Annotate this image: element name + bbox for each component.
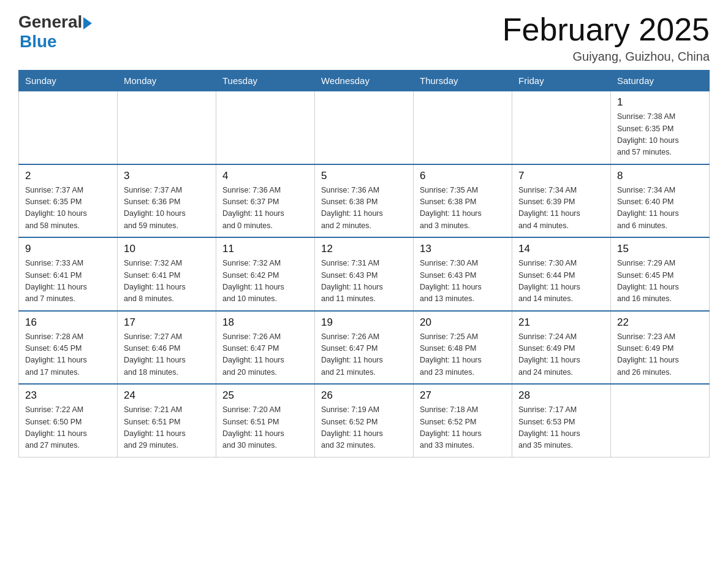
calendar-header-row: SundayMondayTuesdayWednesdayThursdayFrid…: [19, 71, 710, 91]
calendar-cell: 1Sunrise: 7:38 AMSunset: 6:35 PMDaylight…: [611, 91, 710, 164]
title-block: February 2025 Guiyang, Guizhou, China: [502, 12, 710, 64]
logo-general-text: General: [18, 12, 82, 32]
day-info: Sunrise: 7:36 AMSunset: 6:37 PMDaylight:…: [222, 185, 308, 232]
day-info: Sunrise: 7:26 AMSunset: 6:47 PMDaylight:…: [222, 331, 308, 379]
calendar-cell: 4Sunrise: 7:36 AMSunset: 6:37 PMDaylight…: [216, 164, 315, 238]
day-number: 11: [222, 243, 308, 255]
calendar-cell: 28Sunrise: 7:17 AMSunset: 6:53 PMDayligh…: [512, 384, 611, 457]
day-info: Sunrise: 7:20 AMSunset: 6:51 PMDaylight:…: [222, 404, 308, 452]
day-info: Sunrise: 7:37 AMSunset: 6:35 PMDaylight:…: [25, 185, 111, 232]
day-number: 18: [222, 316, 308, 329]
calendar-cell: 20Sunrise: 7:25 AMSunset: 6:48 PMDayligh…: [414, 311, 512, 385]
day-info: Sunrise: 7:25 AMSunset: 6:48 PMDaylight:…: [420, 331, 506, 379]
calendar-cell: 2Sunrise: 7:37 AMSunset: 6:35 PMDaylight…: [19, 164, 118, 238]
day-info: Sunrise: 7:18 AMSunset: 6:52 PMDaylight:…: [420, 404, 506, 452]
calendar-cell: 6Sunrise: 7:35 AMSunset: 6:38 PMDaylight…: [414, 164, 512, 238]
calendar-day-header: Tuesday: [216, 71, 315, 91]
calendar-week-row: 1Sunrise: 7:38 AMSunset: 6:35 PMDaylight…: [19, 91, 710, 164]
day-info: Sunrise: 7:24 AMSunset: 6:49 PMDaylight:…: [518, 331, 604, 379]
day-number: 27: [420, 389, 506, 402]
calendar-cell: 26Sunrise: 7:19 AMSunset: 6:52 PMDayligh…: [315, 384, 414, 457]
day-info: Sunrise: 7:17 AMSunset: 6:53 PMDaylight:…: [518, 404, 604, 452]
day-number: 28: [518, 389, 604, 402]
day-info: Sunrise: 7:29 AMSunset: 6:45 PMDaylight:…: [617, 258, 703, 305]
calendar-cell: 22Sunrise: 7:23 AMSunset: 6:49 PMDayligh…: [611, 311, 710, 385]
day-number: 15: [617, 243, 703, 255]
day-info: Sunrise: 7:32 AMSunset: 6:42 PMDaylight:…: [222, 258, 308, 305]
day-info: Sunrise: 7:31 AMSunset: 6:43 PMDaylight:…: [321, 258, 407, 305]
location: Guiyang, Guizhou, China: [502, 50, 710, 64]
day-number: 4: [222, 170, 308, 182]
day-number: 2: [25, 170, 111, 182]
day-number: 9: [25, 243, 111, 255]
day-info: Sunrise: 7:34 AMSunset: 6:40 PMDaylight:…: [617, 185, 703, 232]
day-number: 25: [222, 389, 308, 402]
day-number: 23: [25, 389, 111, 402]
day-info: Sunrise: 7:30 AMSunset: 6:43 PMDaylight:…: [420, 258, 506, 305]
calendar-cell: [315, 91, 414, 164]
day-number: 26: [321, 389, 407, 402]
day-info: Sunrise: 7:21 AMSunset: 6:51 PMDaylight:…: [124, 404, 210, 452]
day-number: 8: [617, 170, 703, 182]
day-info: Sunrise: 7:28 AMSunset: 6:45 PMDaylight:…: [25, 331, 111, 379]
day-info: Sunrise: 7:30 AMSunset: 6:44 PMDaylight:…: [518, 258, 604, 305]
calendar-cell: 27Sunrise: 7:18 AMSunset: 6:52 PMDayligh…: [414, 384, 512, 457]
day-info: Sunrise: 7:32 AMSunset: 6:41 PMDaylight:…: [124, 258, 210, 305]
day-info: Sunrise: 7:34 AMSunset: 6:39 PMDaylight:…: [518, 185, 604, 232]
day-info: Sunrise: 7:27 AMSunset: 6:46 PMDaylight:…: [124, 331, 210, 379]
calendar-week-row: 9Sunrise: 7:33 AMSunset: 6:41 PMDaylight…: [19, 237, 710, 311]
calendar-day-header: Sunday: [19, 71, 118, 91]
calendar-cell: 14Sunrise: 7:30 AMSunset: 6:44 PMDayligh…: [512, 237, 611, 311]
calendar-cell: 16Sunrise: 7:28 AMSunset: 6:45 PMDayligh…: [19, 311, 118, 385]
day-info: Sunrise: 7:35 AMSunset: 6:38 PMDaylight:…: [420, 185, 506, 232]
day-number: 5: [321, 170, 407, 182]
calendar-cell: 8Sunrise: 7:34 AMSunset: 6:40 PMDaylight…: [611, 164, 710, 238]
calendar-day-header: Wednesday: [315, 71, 414, 91]
month-title: February 2025: [502, 12, 710, 47]
day-number: 7: [518, 170, 604, 182]
calendar-cell: 25Sunrise: 7:20 AMSunset: 6:51 PMDayligh…: [216, 384, 315, 457]
calendar-cell: 18Sunrise: 7:26 AMSunset: 6:47 PMDayligh…: [216, 311, 315, 385]
calendar-cell: [216, 91, 315, 164]
calendar-week-row: 23Sunrise: 7:22 AMSunset: 6:50 PMDayligh…: [19, 384, 710, 457]
day-info: Sunrise: 7:37 AMSunset: 6:36 PMDaylight:…: [124, 185, 210, 232]
day-number: 19: [321, 316, 407, 329]
calendar-cell: [611, 384, 710, 457]
day-number: 24: [124, 389, 210, 402]
day-number: 16: [25, 316, 111, 329]
day-info: Sunrise: 7:19 AMSunset: 6:52 PMDaylight:…: [321, 404, 407, 452]
calendar-cell: 11Sunrise: 7:32 AMSunset: 6:42 PMDayligh…: [216, 237, 315, 311]
day-info: Sunrise: 7:22 AMSunset: 6:50 PMDaylight:…: [25, 404, 111, 452]
day-number: 17: [124, 316, 210, 329]
day-number: 1: [617, 96, 703, 109]
calendar-day-header: Friday: [512, 71, 611, 91]
day-number: 6: [420, 170, 506, 182]
calendar-cell: 21Sunrise: 7:24 AMSunset: 6:49 PMDayligh…: [512, 311, 611, 385]
calendar-cell: 24Sunrise: 7:21 AMSunset: 6:51 PMDayligh…: [118, 384, 216, 457]
calendar-table: SundayMondayTuesdayWednesdayThursdayFrid…: [18, 70, 710, 458]
calendar-cell: 12Sunrise: 7:31 AMSunset: 6:43 PMDayligh…: [315, 237, 414, 311]
calendar-cell: [118, 91, 216, 164]
day-number: 22: [617, 316, 703, 329]
calendar-day-header: Monday: [118, 71, 216, 91]
day-number: 14: [518, 243, 604, 255]
calendar-cell: 15Sunrise: 7:29 AMSunset: 6:45 PMDayligh…: [611, 237, 710, 311]
calendar-cell: 13Sunrise: 7:30 AMSunset: 6:43 PMDayligh…: [414, 237, 512, 311]
day-info: Sunrise: 7:36 AMSunset: 6:38 PMDaylight:…: [321, 185, 407, 232]
calendar-cell: 23Sunrise: 7:22 AMSunset: 6:50 PMDayligh…: [19, 384, 118, 457]
day-info: Sunrise: 7:38 AMSunset: 6:35 PMDaylight:…: [617, 111, 703, 159]
calendar-cell: 17Sunrise: 7:27 AMSunset: 6:46 PMDayligh…: [118, 311, 216, 385]
calendar-cell: 9Sunrise: 7:33 AMSunset: 6:41 PMDaylight…: [19, 237, 118, 311]
calendar-cell: [19, 91, 118, 164]
day-number: 10: [124, 243, 210, 255]
calendar-week-row: 2Sunrise: 7:37 AMSunset: 6:35 PMDaylight…: [19, 164, 710, 238]
day-info: Sunrise: 7:23 AMSunset: 6:49 PMDaylight:…: [617, 331, 703, 379]
calendar-cell: [414, 91, 512, 164]
calendar-cell: 7Sunrise: 7:34 AMSunset: 6:39 PMDaylight…: [512, 164, 611, 238]
day-number: 21: [518, 316, 604, 329]
logo-blue-text: Blue: [20, 32, 57, 52]
calendar-cell: 5Sunrise: 7:36 AMSunset: 6:38 PMDaylight…: [315, 164, 414, 238]
calendar-cell: 3Sunrise: 7:37 AMSunset: 6:36 PMDaylight…: [118, 164, 216, 238]
day-number: 3: [124, 170, 210, 182]
calendar-cell: 19Sunrise: 7:26 AMSunset: 6:47 PMDayligh…: [315, 311, 414, 385]
